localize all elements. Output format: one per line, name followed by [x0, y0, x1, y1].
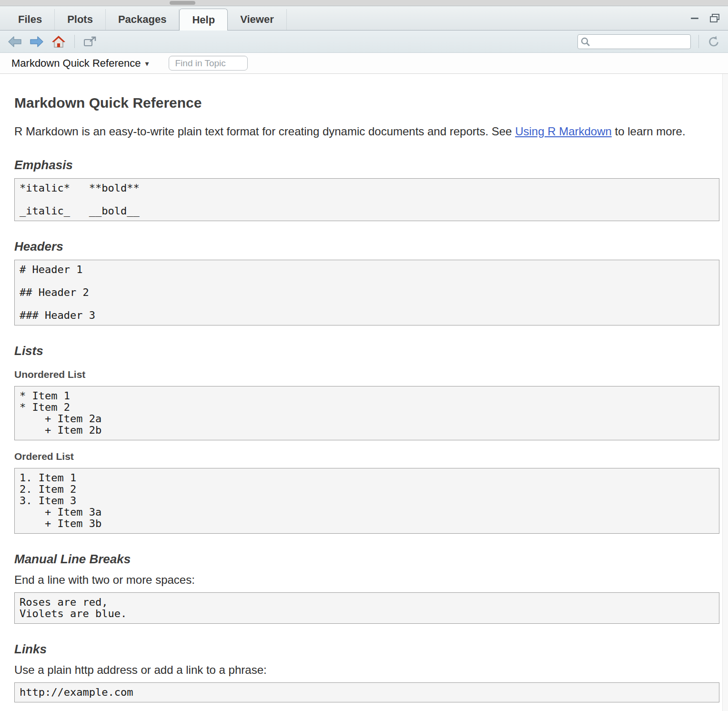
horizontal-scrollbar-thumb[interactable]: [170, 1, 195, 5]
intro-paragraph: R Markdown is an easy-to-write plain tex…: [14, 123, 700, 140]
section-heading-emphasis: Emphasis: [14, 158, 719, 173]
code-block-unordered-list: * Item 1 * Item 2 + Item 2a + Item 2b: [14, 386, 719, 440]
subheading-unordered-list: Unordered List: [14, 369, 719, 380]
intro-text-after: to learn more.: [612, 125, 686, 138]
code-block-ordered-list: 1. Item 1 2. Item 2 3. Item 3 + Item 3a …: [14, 468, 719, 534]
section-emphasis: Emphasis *italic* **bold** _italic_ __bo…: [14, 158, 719, 221]
toolbar-separator: [74, 35, 75, 48]
code-block-links: http://example.com: [14, 682, 719, 702]
topic-dropdown[interactable]: Markdown Quick Reference ▾: [11, 57, 149, 70]
links-text: Use a plain http address or add a link t…: [14, 663, 719, 677]
vertical-scrollbar-track[interactable]: [722, 74, 728, 711]
section-heading-lists: Lists: [14, 344, 719, 358]
find-in-topic-input[interactable]: [169, 56, 248, 71]
code-block-emphasis: *italic* **bold** _italic_ __bold__: [14, 178, 719, 221]
section-manual-line-breaks: Manual Line Breaks End a line with two o…: [14, 552, 719, 624]
back-arrow-icon: [8, 36, 22, 48]
pane-tab-bar: Files Plots Packages Help Viewer: [0, 6, 728, 30]
minimize-icon: [691, 18, 698, 19]
help-topic-bar: Markdown Quick Reference ▾: [0, 53, 728, 74]
home-icon: [51, 35, 66, 48]
help-toolbar: [0, 30, 728, 53]
help-content: Markdown Quick Reference R Markdown is a…: [0, 74, 728, 711]
intro-text-before: R Markdown is an easy-to-write plain tex…: [14, 125, 515, 138]
code-block-line-breaks: Roses are red, Violets are blue.: [14, 592, 719, 624]
maximize-icon: [709, 13, 720, 23]
tab-packages[interactable]: Packages: [106, 9, 180, 30]
forward-arrow-icon: [30, 36, 44, 48]
tab-files[interactable]: Files: [6, 9, 55, 30]
maximize-button[interactable]: [709, 13, 720, 23]
search-box: [577, 34, 691, 49]
help-pane: Files Plots Packages Help Viewer: [0, 0, 728, 711]
search-input[interactable]: [577, 34, 691, 49]
code-block-headers: # Header 1 ## Header 2 ### Header 3: [14, 260, 719, 325]
minimize-button[interactable]: [689, 13, 700, 23]
tab-plots[interactable]: Plots: [55, 9, 106, 30]
tab-help[interactable]: Help: [179, 9, 228, 30]
section-heading-headers: Headers: [14, 239, 719, 254]
caret-down-icon: ▾: [145, 59, 149, 68]
section-links: Links Use a plain http address or add a …: [14, 642, 719, 702]
page-title: Markdown Quick Reference: [14, 95, 719, 111]
open-in-new-window-icon: [83, 36, 96, 47]
section-headers: Headers # Header 1 ## Header 2 ### Heade…: [14, 239, 719, 325]
section-heading-links: Links: [14, 642, 719, 657]
subheading-ordered-list: Ordered List: [14, 451, 719, 462]
back-button[interactable]: [7, 35, 23, 49]
manual-line-breaks-text: End a line with two or more spaces:: [14, 573, 719, 587]
using-r-markdown-link[interactable]: Using R Markdown: [515, 125, 612, 138]
section-heading-manual-line-breaks: Manual Line Breaks: [14, 552, 719, 567]
topic-dropdown-label: Markdown Quick Reference: [11, 57, 141, 70]
search-icon: [581, 37, 590, 46]
toolbar-separator: [698, 35, 699, 48]
section-lists: Lists Unordered List * Item 1 * Item 2 +…: [14, 344, 719, 534]
upper-pane-edge: [0, 0, 728, 6]
home-button[interactable]: [51, 34, 67, 49]
forward-button[interactable]: [29, 35, 45, 49]
tab-viewer[interactable]: Viewer: [228, 9, 287, 30]
refresh-button[interactable]: [707, 34, 721, 49]
open-in-new-window-button[interactable]: [82, 35, 97, 48]
refresh-icon: [708, 35, 720, 48]
window-buttons: [689, 13, 720, 23]
